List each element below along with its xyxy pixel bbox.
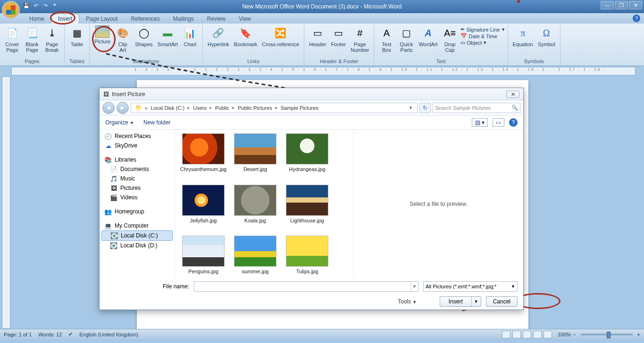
zoom-in-button[interactable]: + [637, 332, 640, 337]
new-folder-button[interactable]: New folder [143, 119, 170, 126]
shapes-button[interactable]: ◯Shapes [133, 24, 154, 48]
close-button[interactable]: ✕ [629, 1, 642, 9]
chart-button[interactable]: 📊Chart [181, 24, 200, 48]
nav-local-disk-c[interactable]: 💽Local Disk (C:) [101, 230, 173, 241]
filename-dropdown-icon[interactable]: ▼ [410, 282, 418, 291]
office-button[interactable] [2, 1, 20, 19]
footer-button[interactable]: ▭Footer [329, 24, 348, 48]
tab-mailings[interactable]: Mailings [167, 14, 201, 24]
breadcrumb-item[interactable]: Public [214, 105, 231, 111]
crossref-button[interactable]: 🔀Cross-reference [260, 24, 301, 48]
tools-menu[interactable]: Tools ▼ [105, 298, 417, 305]
cover-page-button[interactable]: 📄Cover Page [3, 24, 22, 54]
file-thumbnail[interactable]: Koala.jpg [232, 185, 279, 224]
nav-back-button[interactable]: ◄ [102, 102, 115, 114]
nav-homegroup[interactable]: 👥Homegroup [101, 207, 173, 216]
file-thumbnail[interactable]: Hydrangeas.jpg [284, 133, 331, 172]
refresh-button[interactable]: ↻ [419, 103, 431, 113]
view-draft[interactable] [544, 331, 552, 338]
bookmark-button[interactable]: 🔖Bookmark [232, 24, 259, 48]
ribbon-tabs: Home Insert Page Layout References Maili… [0, 13, 644, 24]
table-button[interactable]: ▦Table [67, 24, 86, 48]
view-fullscreen[interactable] [512, 331, 521, 338]
tab-page-layout[interactable]: Page Layout [79, 14, 124, 24]
tab-view[interactable]: View [232, 14, 258, 24]
file-thumbnail[interactable]: Penguins.jpg [180, 236, 227, 275]
nav-documents[interactable]: 📄Documents [101, 164, 173, 174]
file-filter-select[interactable]: All Pictures (*.emf;*.wmf;*.jpg;*▼ [423, 281, 518, 292]
insert-dropdown-icon[interactable]: ▼ [472, 299, 481, 304]
zoom-slider[interactable] [581, 334, 633, 335]
wordart-button[interactable]: AWordArt [417, 24, 439, 48]
help-button[interactable]: ? [509, 118, 518, 127]
status-words[interactable]: Words: 12 [38, 332, 62, 337]
file-thumbnail[interactable]: Desert.jpg [232, 133, 279, 172]
cancel-button[interactable]: Cancel [486, 296, 518, 307]
undo-icon[interactable]: ↶ [32, 3, 40, 10]
breadcrumb-dropdown-icon[interactable]: ▼ [407, 106, 414, 110]
zoom-out-button[interactable]: − [573, 332, 576, 337]
status-page[interactable]: Page: 1 of 1 [4, 332, 32, 337]
dialog-close-button[interactable]: ✕ [506, 90, 519, 98]
page-break-button[interactable]: ⤓Page Break [42, 24, 61, 54]
view-print-layout[interactable] [502, 331, 510, 338]
minimize-button[interactable]: — [601, 1, 614, 9]
nav-my-computer[interactable]: 💻My Computer [101, 221, 173, 230]
datetime-button[interactable]: 📅Date & Time [460, 33, 505, 39]
file-thumbnail[interactable]: Chrysanthemum.jpg [180, 133, 227, 172]
filename-input[interactable]: ▼ [194, 281, 418, 292]
redo-icon[interactable]: ↷ [42, 3, 49, 10]
zoom-level[interactable]: 100% [558, 332, 571, 337]
nav-recent-places[interactable]: 🕘Recent Places [101, 131, 173, 141]
file-thumbnail[interactable]: Jellyfish.jpg [180, 185, 227, 224]
maximize-button[interactable]: ❐ [615, 1, 628, 9]
nav-skydrive[interactable]: ☁SkyDrive [101, 141, 173, 150]
dropcap-button[interactable]: A≡Drop Cap [441, 24, 460, 54]
object-button[interactable]: ▭Object ▾ [460, 40, 505, 46]
breadcrumb-item[interactable]: Public Pictures [236, 105, 274, 111]
tab-review[interactable]: Review [201, 14, 232, 24]
hyperlink-button[interactable]: 🔗Hyperlink [206, 24, 231, 48]
signature-line-button[interactable]: ✒Signature Line ▾ [460, 26, 505, 33]
tab-references[interactable]: References [124, 14, 166, 24]
help-icon[interactable]: ? [633, 15, 640, 22]
qat-dropdown-icon[interactable]: ▼ [51, 3, 59, 10]
view-mode-button[interactable]: ▤ ▾ [472, 118, 488, 127]
symbol-button[interactable]: ΩSymbol [536, 24, 557, 48]
proofing-icon[interactable]: ✔ [68, 331, 73, 337]
equation-button[interactable]: πEquation [511, 24, 535, 48]
breadcrumb-item[interactable]: Users [192, 105, 208, 111]
pagenum-button[interactable]: #Page Number [349, 24, 371, 54]
tab-home[interactable]: Home [23, 14, 51, 24]
nav-forward-button[interactable]: ► [117, 102, 129, 114]
blank-page-button[interactable]: 📃Blank Page [23, 24, 42, 54]
tab-insert[interactable]: Insert [51, 14, 79, 24]
textbox-button[interactable]: AText Box [377, 24, 396, 54]
save-icon[interactable]: 💾 [23, 3, 30, 10]
file-thumbnail[interactable]: summer.jpg [232, 236, 279, 275]
textbox-icon: A [379, 25, 394, 41]
clipart-button[interactable]: 🎨Clip Art [113, 24, 132, 54]
search-input[interactable]: Search Sample Pictures 🔍 [433, 103, 520, 113]
breadcrumb-item[interactable]: Sample Pictures [279, 105, 320, 111]
view-web[interactable] [523, 331, 531, 338]
breadcrumb-item[interactable]: Local Disk (C:) [149, 105, 186, 111]
header-button[interactable]: ▭Header [307, 24, 328, 48]
preview-toggle-button[interactable]: ▭ [493, 118, 504, 127]
quickparts-button[interactable]: ▢Quick Parts [397, 24, 416, 54]
picture-button[interactable]: Picture [92, 24, 112, 45]
file-thumbnail[interactable]: Tulips.jpg [284, 236, 331, 275]
organize-button[interactable]: Organize ▼ [105, 119, 134, 126]
nav-videos[interactable]: 🎬Videos [101, 193, 173, 202]
bookmark-icon: 🔖 [238, 25, 253, 41]
nav-local-disk-d[interactable]: 💽Local Disk (D:) [101, 241, 173, 250]
file-thumbnail[interactable]: Lighthouse.jpg [284, 185, 331, 224]
view-outline[interactable] [533, 331, 542, 338]
insert-button[interactable]: Insert▼ [440, 296, 481, 307]
breadcrumb-bar[interactable]: 📁 « Local Disk (C:)▸ Users▸ Public▸ Publ… [131, 103, 418, 113]
nav-music[interactable]: 🎵Music [101, 174, 173, 183]
status-language[interactable]: English (United Kingdom) [79, 332, 138, 337]
smartart-button[interactable]: ▬SmartArt [156, 24, 180, 48]
nav-pictures[interactable]: 🖼Pictures [101, 183, 173, 193]
nav-libraries[interactable]: 📚Libraries [101, 155, 173, 164]
